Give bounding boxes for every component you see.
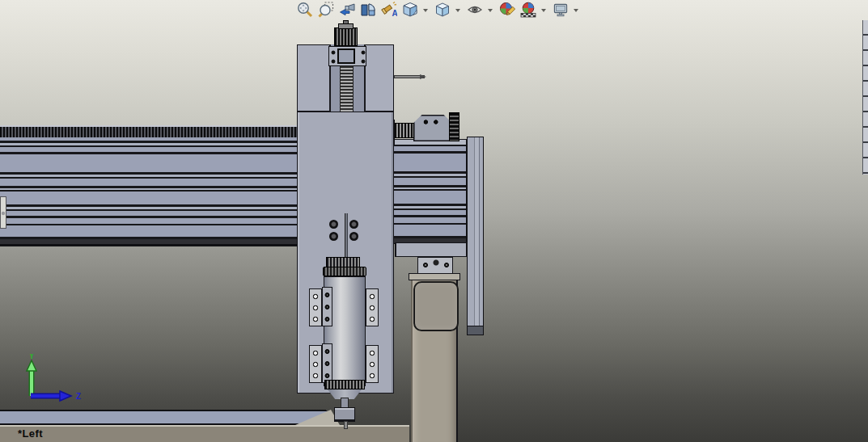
previous-view-icon: [339, 2, 355, 18]
zoom-to-area-button[interactable]: [317, 2, 334, 19]
bearing-block: [337, 48, 355, 64]
spindle-clamp-lower[interactable]: [309, 345, 322, 383]
edit-appearance-icon: [499, 2, 515, 18]
leg-top-cap[interactable]: [409, 273, 460, 280]
plate-screw: [329, 220, 338, 229]
machine-bed-extrusion[interactable]: [0, 410, 340, 425]
apply-scene-button[interactable]: [519, 2, 536, 19]
stepper-pulley[interactable]: [334, 27, 358, 46]
y-axis-label: Y: [29, 354, 35, 360]
plate-screw: [349, 232, 358, 241]
machine-bed-surface[interactable]: [0, 425, 409, 442]
section-view-icon: [360, 2, 376, 18]
z-axis-arrow: [31, 391, 71, 401]
section-view-button[interactable]: [359, 2, 376, 19]
z-axis-label: Z: [76, 392, 81, 401]
collet-nut[interactable]: [334, 407, 355, 422]
annotations-icon: A: [381, 2, 397, 18]
previous-view-button[interactable]: [338, 2, 355, 19]
clipped-frame-member[interactable]: [862, 20, 868, 175]
pulley-knob: [343, 20, 349, 24]
saddle-plate[interactable]: [395, 242, 468, 257]
y-axis-arrow: [27, 360, 36, 396]
plate-screw: [329, 232, 338, 241]
beam-end-bracket[interactable]: [0, 196, 6, 229]
hide-show-items-button[interactable]: [466, 2, 483, 19]
annotations-button[interactable]: A: [380, 2, 397, 19]
svg-text:A: A: [392, 9, 397, 18]
gantry-end-plate[interactable]: [467, 137, 484, 335]
spindle-top-cap: [323, 267, 366, 276]
z-guide-rod: [345, 213, 348, 260]
apply-scene-icon: [520, 2, 536, 18]
view-settings-dropdown[interactable]: [573, 2, 580, 17]
x-axis-motor-mount[interactable]: [413, 115, 452, 141]
z-axis-ballscrew[interactable]: [340, 65, 354, 114]
heads-up-view-toolbar: A: [296, 1, 580, 19]
support-leg[interactable]: [411, 280, 458, 442]
hide-show-items-icon: [467, 2, 483, 18]
graphics-viewport[interactable]: Y Z *Left: [0, 0, 868, 442]
display-style-button[interactable]: [434, 2, 451, 19]
x-axis-lead-screw[interactable]: [394, 123, 414, 138]
rail-carriage[interactable]: [417, 257, 453, 275]
plate-screw: [349, 220, 358, 229]
spindle-clamp-lower[interactable]: [366, 345, 379, 383]
spindle-clamp-upper[interactable]: [309, 288, 322, 326]
beam-slot-texture: [0, 127, 297, 137]
tool-bit[interactable]: [344, 421, 348, 429]
view-settings-button[interactable]: [552, 2, 569, 19]
view-settings-icon: [553, 2, 569, 18]
edit-appearance-button[interactable]: [498, 2, 515, 19]
display-style-icon: [434, 2, 451, 18]
spindle-fins: [324, 380, 365, 389]
zoom-to-area-icon: [318, 2, 334, 18]
view-orientation-icon: [402, 2, 418, 18]
hide-show-items-dropdown[interactable]: [487, 2, 494, 17]
view-orientation-label: *Left: [18, 427, 43, 440]
spindle-clamp-lower-block: [322, 343, 332, 383]
display-style-dropdown[interactable]: [455, 2, 462, 17]
zoom-to-fit-icon: [297, 2, 313, 18]
gantry-beam[interactable]: [0, 125, 297, 246]
reference-triad: Y Z: [15, 354, 95, 406]
end-plate-cap: [468, 326, 483, 335]
view-orientation-dropdown[interactable]: [422, 2, 430, 17]
view-orientation-button[interactable]: [401, 2, 418, 19]
pulley-cap: [338, 23, 354, 29]
spindle-clamp-upper-block: [322, 287, 332, 326]
apply-scene-dropdown[interactable]: [540, 2, 548, 17]
spindle-clamp-upper[interactable]: [366, 288, 379, 326]
gantry-beam-right-section[interactable]: [394, 139, 467, 244]
zoom-to-fit-button[interactable]: [296, 2, 313, 19]
leg-access-cutout: [413, 281, 459, 331]
motor-heatsink[interactable]: [449, 112, 459, 141]
